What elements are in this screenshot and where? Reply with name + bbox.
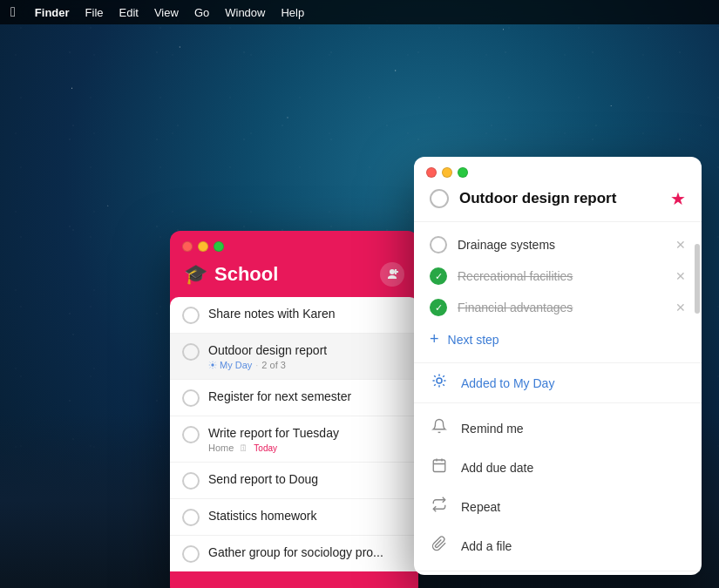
detail-maximize-button[interactable] (458, 167, 468, 178)
today-badge: Today (254, 443, 277, 453)
sun-icon (208, 361, 217, 369)
subtask-done-recreational[interactable]: ✓ (430, 267, 447, 285)
minimize-button[interactable] (198, 241, 208, 252)
svg-point-1 (437, 378, 442, 383)
apple-menu-icon[interactable]:  (10, 4, 16, 20)
add-file-label: Add a file (461, 539, 512, 553)
detail-actions: Remind me Add due date (414, 403, 702, 571)
task-checkbox-statistics[interactable] (182, 509, 200, 526)
paperclip-svg-icon (431, 536, 447, 551)
add-file-row[interactable]: Add a file (414, 526, 702, 565)
task-checkbox-write-report[interactable] (182, 426, 200, 443)
detail-task-header: Outdoor design report ★ (414, 185, 702, 222)
paperclip-icon (430, 536, 449, 556)
detail-window: Outdoor design report ★ Drainage systems… (414, 157, 702, 575)
svg-line-5 (443, 384, 444, 386)
svg-line-9 (443, 375, 444, 377)
bell-svg-icon (431, 418, 447, 434)
calendar-svg-icon (431, 457, 447, 473)
add-step-label: Next step (448, 333, 499, 347)
detail-window-titlebar (414, 157, 702, 185)
share-button[interactable] (380, 262, 404, 287)
task-checkbox-share-notes[interactable] (182, 307, 200, 324)
menubar-help[interactable]: Help (281, 6, 304, 19)
subtask-financial[interactable]: ✓ Financial advantages ✕ (414, 292, 702, 323)
add-step-row[interactable]: + Next step (414, 323, 702, 355)
subtask-checkbox-drainage[interactable] (430, 236, 447, 253)
subtask-delete-financial[interactable]: ✕ (675, 301, 686, 314)
subtask-drainage[interactable]: Drainage systems ✕ (414, 229, 702, 260)
repeat-row[interactable]: Repeat (414, 487, 702, 526)
task-item-statistics[interactable]: Statistics homework (170, 499, 418, 536)
school-task-list: Share notes with Karen Outdoor design re… (170, 297, 418, 571)
remind-me-row[interactable]: Remind me (414, 409, 702, 448)
bell-icon (430, 418, 449, 438)
task-item-write-report[interactable]: Write report for Tuesday Home 🗓 Today (170, 416, 418, 463)
task-item-share-notes[interactable]: Share notes with Karen (170, 297, 418, 334)
subtask-recreational[interactable]: ✓ Recreational facilities ✕ (414, 260, 702, 292)
task-name-statistics: Statistics homework (208, 508, 406, 524)
detail-close-button[interactable] (426, 167, 437, 178)
task-meta-write-report: Home 🗓 Today (208, 443, 406, 453)
task-checkbox-outdoor-report[interactable] (182, 343, 200, 361)
menubar-file[interactable]: File (85, 6, 104, 19)
detail-task-title: Outdoor design report (459, 190, 660, 207)
detail-task-checkbox[interactable] (430, 189, 449, 208)
task-content-outdoor-report: Outdoor design report My Day · 2 of 3 (208, 342, 406, 370)
svg-line-8 (434, 384, 436, 386)
remind-me-label: Remind me (461, 422, 524, 436)
add-due-date-row[interactable]: Add due date (414, 448, 702, 487)
menubar-edit[interactable]: Edit (119, 6, 139, 19)
menubar-go[interactable]: Go (194, 6, 209, 19)
maximize-button[interactable] (214, 241, 224, 252)
task-name-send-report: Send report to Doug (208, 471, 406, 487)
school-emoji-icon: 🎓 (184, 263, 207, 286)
myday-label-text: Added to My Day (461, 376, 554, 390)
menubar-window[interactable]: Window (225, 6, 265, 19)
task-name-gather-group: Gather group for sociology pro... (208, 544, 406, 560)
menubar:  Finder File Edit View Go Window Help (0, 0, 719, 24)
svg-rect-10 (433, 460, 445, 472)
task-item-register[interactable]: Register for next semester (170, 380, 418, 416)
task-name-outdoor-report: Outdoor design report (208, 342, 406, 358)
task-item-send-report[interactable]: Send report to Doug (170, 463, 418, 499)
task-content-write-report: Write report for Tuesday Home 🗓 Today (208, 425, 406, 453)
school-window-titlebar (170, 231, 418, 259)
calendar-icon (430, 457, 449, 477)
myday-row[interactable]: Added to My Day (414, 363, 702, 403)
task-item-gather-group[interactable]: Gather group for sociology pro... (170, 536, 418, 571)
add-step-icon: + (430, 330, 439, 348)
task-name-share-notes: Share notes with Karen (208, 306, 406, 321)
task-meta-outdoor-report: My Day · 2 of 3 (208, 360, 406, 370)
task-content-share-notes: Share notes with Karen (208, 306, 406, 321)
menubar-view[interactable]: View (154, 6, 179, 19)
task-content-send-report: Send report to Doug (208, 471, 406, 487)
school-window: 🎓 School Share notes with Karen Outdoor … (170, 231, 418, 588)
task-checkbox-register[interactable] (182, 389, 200, 407)
subtask-done-financial[interactable]: ✓ (430, 299, 447, 316)
task-name-register: Register for next semester (208, 389, 406, 404)
close-button[interactable] (182, 241, 193, 252)
meta-separator: · (255, 360, 258, 370)
school-header: 🎓 School (170, 259, 418, 297)
home-tag: Home (208, 443, 234, 453)
subtask-name-financial: Financial advantages (458, 301, 573, 314)
task-item-outdoor-report[interactable]: Outdoor design report My Day · 2 of 3 (170, 334, 418, 380)
task-checkbox-send-report[interactable] (182, 472, 200, 490)
task-content-gather-group: Gather group for sociology pro... (208, 544, 406, 560)
star-button[interactable]: ★ (670, 188, 686, 209)
add-due-date-label: Add due date (461, 461, 533, 475)
svg-line-4 (434, 375, 436, 377)
task-content-statistics: Statistics homework (208, 508, 406, 524)
person-add-icon (385, 267, 399, 281)
svg-point-0 (211, 364, 214, 367)
scrollbar-thumb[interactable] (695, 244, 700, 314)
menubar-finder[interactable]: Finder (35, 6, 70, 19)
myday-sun-icon (430, 373, 449, 393)
subtask-delete-recreational[interactable]: ✕ (675, 269, 686, 283)
subtask-delete-drainage[interactable]: ✕ (675, 238, 686, 252)
task-content-register: Register for next semester (208, 389, 406, 404)
task-checkbox-gather-group[interactable] (182, 545, 200, 563)
detail-minimize-button[interactable] (442, 167, 452, 178)
scrollbar-track[interactable] (695, 244, 700, 558)
